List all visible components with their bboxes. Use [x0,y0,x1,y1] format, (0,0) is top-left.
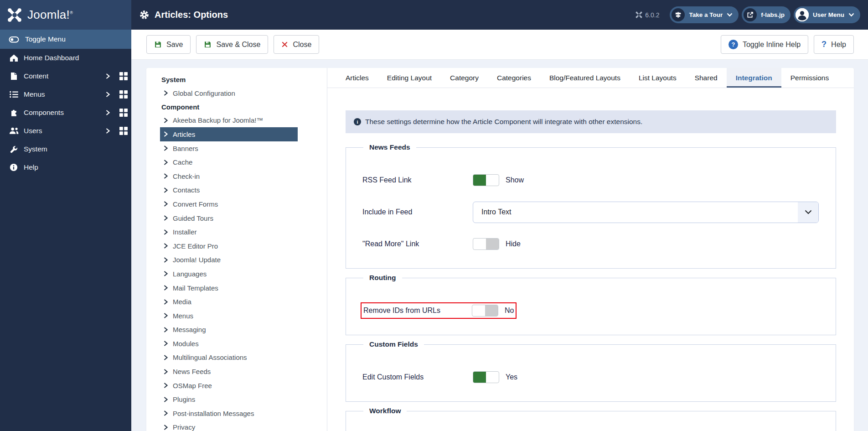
toggle-switch[interactable] [472,305,498,317]
fieldset-workflow: Workflow [346,407,836,431]
options-item-mail-templates[interactable]: Mail Templates [160,281,298,295]
options-item-languages[interactable]: Languages [160,267,298,281]
header-actions: 6.0.2 Take a Tourf-labs.jpUser Menu [636,6,868,23]
chevron-right-icon [163,117,168,124]
options-item-news-feeds[interactable]: News Feeds [160,364,298,379]
options-item-media[interactable]: Media [160,295,298,309]
chevron-right-icon [163,382,168,389]
chevron-down-icon [848,13,854,17]
options-item-jce-editor-pro[interactable]: JCE Editor Pro [160,239,298,253]
toggle-switch[interactable] [473,238,499,250]
close-button[interactable]: Close [274,35,319,54]
option-row-include-in-feed: Include in FeedIntro Text [362,200,836,224]
dashboard-grid-icon[interactable] [119,127,128,135]
sidebar-item-home-dashboard[interactable]: Home Dashboard [0,49,131,67]
chevron-right-icon [163,327,168,333]
tab-categories[interactable]: Categories [488,68,540,88]
system-icon [9,145,19,153]
options-item-convert-forms[interactable]: Convert Forms [160,197,298,211]
tab-articles[interactable]: Articles [336,68,378,88]
fieldset-custom-fields: Custom FieldsEdit Custom FieldsYes [346,340,836,402]
tab-permissions[interactable]: Permissions [781,68,838,88]
users-icon [9,127,19,135]
home-icon [9,54,19,62]
chevron-right-icon [163,396,168,403]
options-item-messaging[interactable]: Messaging [160,323,298,337]
options-item-global-configuration[interactable]: Global Configuration [160,86,298,100]
options-item-privacy[interactable]: Privacy [160,421,298,431]
chevron-right-icon [163,159,168,166]
fieldset-legend: Workflow [363,407,407,415]
dashboard-grid-icon[interactable] [119,72,128,80]
toggle-switch[interactable] [473,371,499,383]
option-label: "Read More" Link [362,240,473,248]
chevron-right-icon [163,257,168,263]
option-row--read-more-link: "Read More" LinkHide [362,232,836,256]
help-icon [9,163,19,171]
fieldset-legend: Custom Fields [363,340,424,348]
pill-f-labs-jp[interactable]: f-labs.jp [742,6,790,23]
options-item-contacts[interactable]: Contacts [160,183,298,197]
toggle-inline-help-button[interactable]: ? Toggle Inline Help [721,35,808,54]
toggle-menu-button[interactable]: Toggle Menu [0,30,131,49]
toolbar: Save Save & Close Close [131,30,868,60]
options-item-installer[interactable]: Installer [160,225,298,239]
options-item-plugins[interactable]: Plugins [160,392,298,406]
signpost-icon [672,8,685,21]
toggle-switch[interactable] [473,174,499,186]
chevron-right-icon [163,340,168,347]
chevron-right-icon [163,187,168,193]
tab-blog-featured-layouts[interactable]: Blog/Featured Layouts [540,68,630,88]
toggle-state-label: Yes [506,373,517,381]
joomla-version: 6.0.2 [636,11,659,19]
close-icon [281,41,288,48]
option-row-edit-custom-fields: Edit Custom FieldsYes [362,365,836,389]
joomla-logo: Joomla!® [0,0,131,30]
options-item-modules[interactable]: Modules [160,337,298,351]
sidebar-item-components[interactable]: Components [0,104,131,122]
dashboard-grid-icon[interactable] [119,109,128,117]
help-button[interactable]: ? Help [814,35,854,54]
sidebar-item-users[interactable]: Users [0,122,131,140]
pill-user-menu[interactable]: User Menu [794,6,860,23]
sidebar-item-content[interactable]: Content [0,67,131,85]
chevron-right-icon [163,229,168,235]
options-item-articles[interactable]: Articles [160,127,298,141]
components-icon [9,109,19,117]
options-item-guided-tours[interactable]: Guided Tours [160,211,298,225]
tab-shared[interactable]: Shared [686,68,727,88]
toggle-state-label: No [505,306,514,315]
tab-category[interactable]: Category [441,68,488,88]
chevron-right-icon [163,145,168,151]
options-item-akeeba-backup-for-joomla-[interactable]: Akeeba Backup for Joomla!™ [160,114,298,128]
tab-list-layouts[interactable]: List Layouts [630,68,686,88]
pill-take-a-tour[interactable]: Take a Tour [670,6,739,23]
inline-help-highlight: Remove IDs from URLsNo [361,302,517,319]
options-item-post-installation-messages[interactable]: Post-installation Messages [160,406,298,421]
chevron-right-icon [105,128,110,134]
options-item-check-in[interactable]: Check-in [160,169,298,183]
chevron-right-icon [163,354,168,361]
sidebar-item-menus[interactable]: Menus [0,85,131,104]
dashboard-grid-icon[interactable] [119,90,128,99]
save-close-button[interactable]: Save & Close [196,35,268,54]
options-item-joomla-update[interactable]: Joomla! Update [160,253,298,267]
options-item-osmap-free[interactable]: OSMap Free [160,379,298,393]
save-button[interactable]: Save [146,35,191,54]
chevron-right-icon [163,243,168,249]
option-row-rss-feed-link: RSS Feed LinkShow [362,168,836,192]
option-label: Include in Feed [362,208,473,216]
options-item-multilingual-associations[interactable]: Multilingual Associations [160,351,298,365]
tab-integration[interactable]: Integration [727,68,781,88]
options-item-menus[interactable]: Menus [160,309,298,323]
sidebar-item-help[interactable]: Help [0,158,131,177]
tab-editing-layout[interactable]: Editing Layout [378,68,441,88]
toggle-state-label: Show [506,176,524,184]
sidebar-item-system[interactable]: System [0,140,131,158]
content-area: System Global Configuration Component Ak… [131,60,868,431]
options-sidebar: System Global Configuration Component Ak… [146,68,327,431]
options-item-cache[interactable]: Cache [160,155,298,169]
select-include-in-feed[interactable]: Intro Text [473,202,819,223]
options-item-banners[interactable]: Banners [160,141,298,156]
option-label: RSS Feed Link [362,176,473,184]
